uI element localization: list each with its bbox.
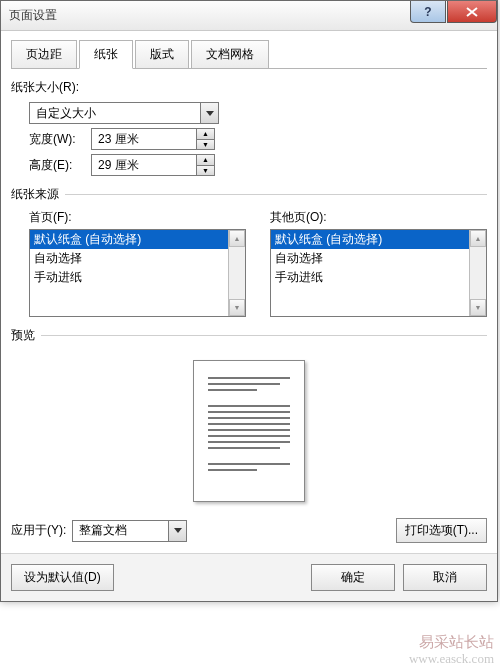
list-item[interactable]: 自动选择: [30, 249, 228, 268]
list-item[interactable]: 手动进纸: [30, 268, 228, 287]
preview-label: 预览: [11, 327, 35, 344]
paper-size-value: 自定义大小: [30, 105, 200, 122]
paper-size-label: 纸张大小(R):: [11, 79, 487, 96]
page-setup-dialog: 页面设置 ? 页边距 纸张 版式 文档网格 纸张大小(R): 自定义大小: [0, 0, 498, 602]
cancel-button[interactable]: 取消: [403, 564, 487, 591]
titlebar: 页面设置 ?: [1, 1, 497, 31]
dialog-footer: 设为默认值(D) 确定 取消: [1, 553, 497, 601]
window-buttons: ?: [410, 1, 497, 30]
first-page-label: 首页(F):: [29, 209, 246, 226]
width-value: 23 厘米: [92, 129, 196, 149]
spinner-down-icon[interactable]: ▼: [197, 165, 214, 176]
apply-to-value: 整篇文档: [73, 522, 168, 539]
other-pages-label: 其他页(O):: [270, 209, 487, 226]
scrollbar[interactable]: ▲ ▼: [228, 230, 245, 316]
tab-grid[interactable]: 文档网格: [191, 40, 269, 69]
chevron-down-icon: [200, 103, 218, 123]
list-item[interactable]: 默认纸盒 (自动选择): [271, 230, 469, 249]
scrollbar[interactable]: ▲ ▼: [469, 230, 486, 316]
preview-page: [193, 360, 305, 502]
dialog-body: 页边距 纸张 版式 文档网格 纸张大小(R): 自定义大小 宽度(W): 23 …: [1, 31, 497, 553]
tab-paper[interactable]: 纸张: [79, 40, 133, 69]
spinner-down-icon[interactable]: ▼: [197, 139, 214, 150]
watermark: 易采站长站 www.easck.com: [409, 633, 494, 667]
window-title: 页面设置: [9, 7, 410, 24]
list-item[interactable]: 默认纸盒 (自动选择): [30, 230, 228, 249]
preview-area: [11, 350, 487, 510]
list-item[interactable]: 手动进纸: [271, 268, 469, 287]
preview-section: 预览: [11, 327, 487, 344]
tab-bar: 页边距 纸张 版式 文档网格: [11, 39, 487, 69]
scroll-up-icon[interactable]: ▲: [470, 230, 486, 247]
tab-margins[interactable]: 页边距: [11, 40, 77, 69]
height-value: 29 厘米: [92, 155, 196, 175]
ok-button[interactable]: 确定: [311, 564, 395, 591]
close-icon: [466, 7, 478, 17]
scroll-down-icon[interactable]: ▼: [229, 299, 245, 316]
height-label: 高度(E):: [29, 157, 91, 174]
height-spinner[interactable]: 29 厘米 ▲ ▼: [91, 154, 215, 176]
paper-source-label: 纸张来源: [11, 186, 59, 203]
help-button[interactable]: ?: [410, 1, 446, 23]
print-options-button[interactable]: 打印选项(T)...: [396, 518, 487, 543]
close-button[interactable]: [447, 1, 497, 23]
spinner-up-icon[interactable]: ▲: [197, 129, 214, 139]
paper-source-section: 纸张来源: [11, 186, 487, 203]
spinner-up-icon[interactable]: ▲: [197, 155, 214, 165]
set-default-button[interactable]: 设为默认值(D): [11, 564, 114, 591]
scroll-down-icon[interactable]: ▼: [470, 299, 486, 316]
tab-layout[interactable]: 版式: [135, 40, 189, 69]
first-page-listbox[interactable]: 默认纸盒 (自动选择) 自动选择 手动进纸 ▲ ▼: [29, 229, 246, 317]
width-label: 宽度(W):: [29, 131, 91, 148]
list-item[interactable]: 自动选择: [271, 249, 469, 268]
apply-to-combo[interactable]: 整篇文档: [72, 520, 187, 542]
other-pages-listbox[interactable]: 默认纸盒 (自动选择) 自动选择 手动进纸 ▲ ▼: [270, 229, 487, 317]
apply-to-label: 应用于(Y):: [11, 522, 66, 539]
scroll-up-icon[interactable]: ▲: [229, 230, 245, 247]
width-spinner[interactable]: 23 厘米 ▲ ▼: [91, 128, 215, 150]
paper-size-combo[interactable]: 自定义大小: [29, 102, 219, 124]
chevron-down-icon: [168, 521, 186, 541]
